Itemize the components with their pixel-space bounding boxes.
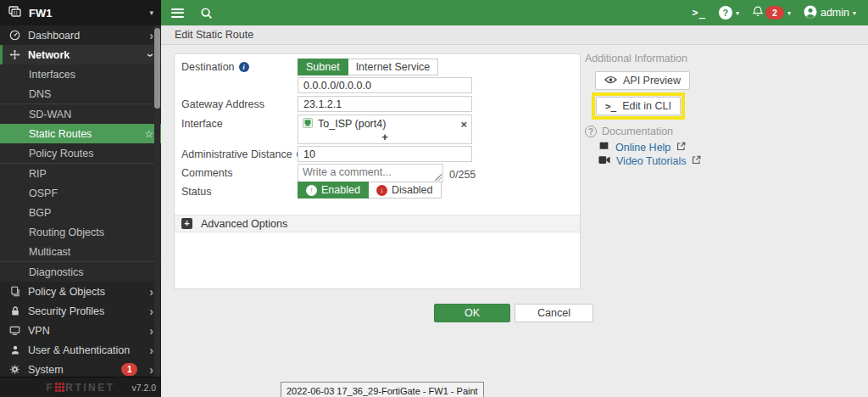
gateway-address-label: Gateway Address	[181, 98, 264, 110]
sidebar-item-policy-routes[interactable]: Policy Routes	[0, 143, 161, 163]
topbar-right-cluster: >_ ? ▾ 2 ▾ admin ▾	[692, 5, 856, 21]
api-preview-button[interactable]: API Preview	[595, 71, 690, 90]
admin-distance-input[interactable]	[298, 146, 472, 162]
destination-subnet-input[interactable]	[298, 77, 472, 93]
sidebar-item-label: VPN	[28, 325, 50, 337]
doc-link-online-help[interactable]: Online Help	[598, 141, 686, 154]
doc-link-label[interactable]: Online Help	[615, 142, 670, 154]
sidebar-item-label: Dashboard	[28, 30, 80, 42]
doc-link-video-tutorials[interactable]: Video Tutorials	[598, 155, 701, 167]
external-link-icon	[676, 142, 686, 154]
port-icon	[303, 118, 313, 131]
question-circle-icon: ?	[585, 126, 597, 137]
sidebar-item-interfaces[interactable]: Interfaces	[0, 64, 161, 84]
sidebar-item-vpn[interactable]: VPN›	[0, 321, 161, 340]
tab-internet-service[interactable]: Internet Service	[348, 59, 439, 75]
sidebar-item-sd-wan[interactable]: SD-WAN	[0, 104, 161, 124]
sidebar-item-rip[interactable]: RIP	[0, 164, 161, 183]
chevron-right-icon: ›	[149, 30, 153, 42]
chevron-right-icon: ›	[149, 325, 153, 337]
sidebar-item-dns[interactable]: DNS	[0, 84, 161, 103]
sidebar-item-diagnostics[interactable]: Diagnostics	[0, 262, 161, 282]
admin-distance-label: Administrative Distance i	[181, 148, 307, 160]
sidebar-item-label: Security Profiles	[28, 305, 104, 317]
help-menu[interactable]: ? ▾	[719, 6, 739, 20]
comments-field-wrap	[298, 164, 443, 182]
interface-select[interactable]: To_ISP (port4) × +	[298, 115, 472, 144]
edit-cli-highlight-annotation: >_ Edit in CLI	[592, 92, 685, 120]
move-icon	[8, 49, 21, 60]
sidebar-item-label: Policy & Objects	[28, 286, 105, 298]
sidebar-item-bgp[interactable]: BGP	[0, 203, 161, 222]
page-title-bar: Edit Static Route	[161, 25, 868, 45]
alert-count-badge: 1	[121, 363, 137, 376]
doc-link-label[interactable]: Video Tutorials	[616, 155, 686, 167]
hostname-label: FW1	[29, 7, 52, 20]
enabled-up-arrow-icon: ↑	[306, 185, 317, 196]
sidebar-item-user-authentication[interactable]: User & Authentication›	[0, 340, 161, 360]
ok-button[interactable]: OK	[434, 304, 510, 322]
fortigate-screen: FW1 ▾ Dashboard›Network›InterfacesDNSSD-…	[0, 0, 868, 397]
hostname-selector[interactable]: FW1 ▾	[0, 0, 161, 25]
hamburger-menu-icon[interactable]	[171, 8, 184, 18]
sidebar-item-security-profiles[interactable]: Security Profiles›	[0, 301, 161, 321]
edit-in-cli-button[interactable]: >_ Edit in CLI	[596, 97, 681, 115]
sidebar-item-ospf[interactable]: OSPF	[0, 183, 161, 203]
bell-icon	[752, 5, 764, 20]
monitor-icon	[8, 325, 21, 336]
fortinet-logo: FRTINET	[46, 382, 114, 394]
chevron-right-icon: ›	[149, 364, 153, 376]
chevron-down-icon: ▾	[787, 9, 791, 17]
gear-icon	[8, 364, 21, 375]
comments-textarea[interactable]	[298, 164, 443, 182]
add-interface-button[interactable]: +	[298, 131, 471, 143]
cli-console-icon[interactable]: >_	[692, 7, 705, 19]
sidebar-item-network[interactable]: Network›	[0, 45, 161, 64]
sidebar-item-dashboard[interactable]: Dashboard›	[0, 25, 161, 45]
sidebar-scrollbar-thumb[interactable]	[154, 28, 160, 109]
interface-label: Interface	[181, 118, 223, 130]
chevron-down-icon: ▾	[736, 9, 739, 17]
advanced-options-label: Advanced Options	[201, 218, 287, 230]
notifications-menu[interactable]: 2 ▾	[752, 5, 791, 20]
sidebar-item-label: System	[28, 364, 64, 376]
admin-username: admin	[821, 7, 849, 19]
firmware-version: v7.2.0	[131, 383, 156, 393]
sidebar-item-multicast[interactable]: Multicast	[0, 242, 161, 261]
info-icon[interactable]: i	[239, 62, 249, 72]
cancel-button[interactable]: Cancel	[515, 304, 593, 322]
person-icon	[8, 344, 21, 355]
chevron-down-icon: ▾	[149, 8, 153, 17]
sidebar-item-label: User & Authentication	[28, 344, 130, 356]
sidebar-footer: FRTINET v7.2.0	[0, 377, 161, 397]
status-enabled-button[interactable]: ↑ Enabled	[298, 182, 369, 198]
sidebar-item-static-routes[interactable]: Static Routes☆	[0, 124, 161, 143]
destination-label: Destination i	[181, 61, 249, 73]
advanced-options-toggle[interactable]: + Advanced Options	[175, 215, 580, 232]
sidebar-item-label: SD-WAN	[29, 109, 71, 120]
user-avatar-icon	[804, 5, 817, 21]
remove-interface-icon[interactable]: ×	[460, 119, 467, 130]
sidebar-item-label: DNS	[29, 88, 51, 100]
sidebar-item-routing-objects[interactable]: Routing Objects	[0, 222, 161, 242]
sidebar-item-label: Static Routes	[29, 128, 92, 140]
brand-letter: F	[46, 382, 54, 394]
status-disabled-button[interactable]: ↓ Disabled	[369, 182, 442, 198]
favorite-star-icon[interactable]: ☆	[144, 128, 153, 140]
admin-menu[interactable]: admin ▾	[804, 5, 856, 21]
additional-information-title: Additional Information	[585, 53, 687, 64]
sidebar-nav: Dashboard›Network›InterfacesDNSSD-WANSta…	[0, 25, 161, 379]
sidebar-item-label: Policy Routes	[29, 148, 93, 159]
interface-value: To_ISP (port4)	[318, 118, 386, 130]
tab-subnet[interactable]: Subnet	[298, 59, 348, 75]
sidebar-item-label: Interfaces	[29, 69, 75, 81]
interface-entry: To_ISP (port4) ×	[298, 115, 471, 131]
sidebar-item-label: RIP	[29, 168, 47, 180]
document-icon	[8, 286, 21, 297]
chevron-right-icon: ›	[149, 344, 153, 356]
search-icon[interactable]	[200, 7, 213, 20]
gateway-address-input[interactable]	[298, 96, 472, 112]
static-route-form: Destination i Subnet Internet Service Ga…	[174, 53, 581, 289]
sidebar-item-policy-objects[interactable]: Policy & Objects›	[0, 282, 161, 301]
notification-count-badge: 2	[765, 6, 784, 20]
